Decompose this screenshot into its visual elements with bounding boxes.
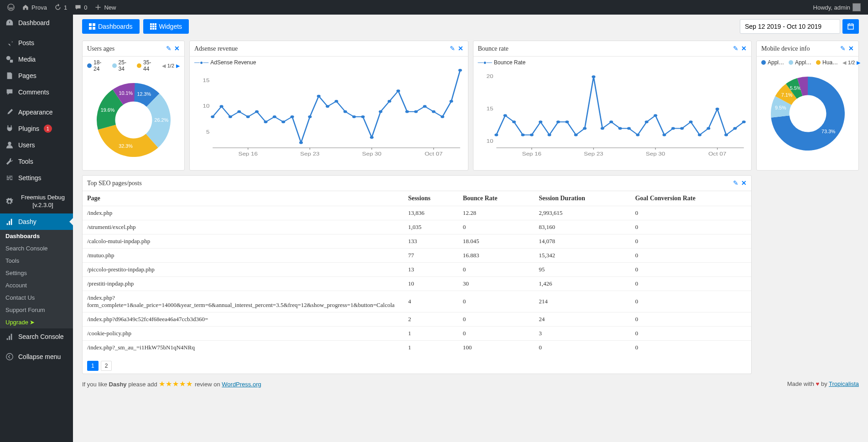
sidebar-item-settings[interactable]: Settings [0, 170, 73, 186]
plug-icon [5, 125, 14, 133]
legend-item[interactable]: 18-24 [87, 59, 108, 72]
submenu-item[interactable]: Dashboards [0, 230, 73, 242]
updates[interactable]: 1 [51, 0, 71, 15]
sidebar-item-posts[interactable]: Posts [0, 35, 73, 51]
btn-label: Widgets [159, 23, 182, 30]
new-content[interactable]: New [91, 0, 120, 15]
table-cell: 0 [630, 291, 751, 312]
legend-item[interactable]: Appl… [761, 59, 784, 66]
svg-point-72 [582, 127, 586, 130]
calendar-button[interactable] [842, 19, 859, 34]
table-cell: 0 [458, 327, 535, 341]
sidebar-item-users[interactable]: Users [0, 137, 73, 153]
submenu-item[interactable]: Settings [0, 267, 73, 279]
svg-point-66 [530, 134, 533, 136]
table-cell: 133 [404, 234, 458, 249]
svg-point-87 [715, 108, 719, 110]
legend-item[interactable]: 35-44 [137, 59, 157, 72]
edit-icon[interactable]: ✎ [840, 45, 846, 52]
svg-point-34 [326, 105, 329, 108]
table-cell: 0 [630, 277, 751, 291]
svg-point-28 [273, 115, 276, 118]
close-icon[interactable]: ✕ [741, 179, 747, 187]
date-range-input[interactable] [740, 19, 840, 34]
sidebar-label: Freemius Debug [v.2.3.0] [18, 194, 68, 209]
svg-point-25 [246, 115, 250, 118]
footer-text: If you like [82, 381, 109, 388]
user-greeting[interactable]: Howdy, admin [810, 0, 864, 15]
sidebar-item-media[interactable]: Media [0, 51, 73, 68]
sidebar-item-pages[interactable]: Pages [0, 68, 73, 84]
sidebar-item-tools[interactable]: Tools [0, 153, 73, 170]
card-title: Mobile device info [761, 45, 810, 52]
sidebar-item-search-console[interactable]: Search Console [0, 328, 73, 345]
svg-point-62 [494, 134, 498, 136]
close-icon[interactable]: ✕ [174, 45, 180, 52]
author-link[interactable]: Tropicalista [829, 380, 859, 387]
svg-text:20: 20 [486, 74, 493, 79]
svg-text:Sep 30: Sep 30 [645, 151, 665, 157]
legend-item[interactable]: Appl… [789, 59, 811, 66]
sidebar-item-appearance[interactable]: Appearance [0, 104, 73, 120]
close-icon[interactable]: ✕ [741, 45, 747, 52]
edit-icon[interactable]: ✎ [450, 45, 455, 52]
wp-logo[interactable] [4, 0, 18, 15]
page-button[interactable]: 1 [87, 361, 99, 371]
widgets-button[interactable]: Widgets [143, 19, 189, 34]
submenu-item[interactable]: Contact Us [0, 291, 73, 304]
table-row: /strumenti/excel.php1,035083,1600 [83, 220, 751, 234]
card-seo: Top SEO pages/posts✎✕ PageSessionsBounce… [82, 175, 752, 374]
table-cell: 0 [630, 249, 751, 263]
pager-prev[interactable]: ◀ [162, 63, 166, 69]
edit-icon[interactable]: ✎ [166, 45, 172, 52]
close-icon[interactable]: ✕ [848, 45, 854, 52]
svg-point-29 [281, 120, 285, 123]
svg-point-83 [680, 127, 684, 130]
wporg-link[interactable]: WordPress.org [222, 381, 261, 388]
close-icon[interactable]: ✕ [458, 45, 463, 52]
sidebar-item-dashboard[interactable]: Dashboard [0, 15, 73, 31]
dashboards-button[interactable]: Dashboards [82, 19, 140, 34]
pager-next[interactable]: ▶ [857, 60, 860, 66]
collapse-icon [5, 353, 14, 361]
sidebar-item-collapse[interactable]: Collapse menu [0, 348, 73, 365]
page-button[interactable]: 2 [101, 361, 112, 371]
submenu-item[interactable]: Account [0, 279, 73, 291]
table-cell: /index.php?d96a349c52fc4f68eea46a47ccb3d… [83, 312, 404, 327]
svg-point-89 [733, 127, 737, 130]
svg-point-73 [592, 75, 595, 78]
edit-icon[interactable]: ✎ [733, 179, 738, 187]
legend: 18-2425-3435-44◀1/2▶ [87, 59, 180, 72]
legend-item[interactable]: 25-34 [112, 59, 133, 72]
pager-next[interactable]: ▶ [176, 63, 180, 69]
sidebar-item-plugins[interactable]: Plugins1 [0, 120, 73, 137]
submenu-item[interactable]: Search Console [0, 242, 73, 255]
svg-point-31 [299, 141, 303, 144]
edit-icon[interactable]: ✎ [733, 45, 738, 52]
svg-text:10: 10 [486, 139, 493, 144]
sidebar-item-comments[interactable]: Comments [0, 84, 73, 100]
sidebar-label: Pages [18, 72, 36, 79]
series-label: AdSense Revenue [210, 59, 256, 66]
legend-item[interactable]: Hua… [816, 59, 838, 66]
table-header: Sessions [404, 191, 458, 206]
svg-point-75 [609, 120, 613, 123]
footer-text: please add [127, 381, 159, 388]
submenu-item[interactable]: Upgrade ➤ [0, 316, 73, 328]
main-content: Dashboards Widgets Users ages✎✕ 18-2425-… [73, 15, 868, 442]
table-cell: 3 [534, 327, 630, 341]
sidebar-item-freemius[interactable]: Freemius Debug [v.2.3.0] [0, 190, 73, 213]
submenu-item[interactable]: Support Forum [0, 304, 73, 316]
table-row: /mutuo.php7716.88315,3420 [83, 249, 751, 263]
admin-bar: Prova 1 0 New Howdy, admin [0, 0, 868, 15]
pager-prev[interactable]: ◀ [842, 60, 846, 66]
table-cell: 2 [404, 312, 458, 327]
sidebar-item-dashy[interactable]: Dashy [0, 213, 73, 230]
svg-point-3 [6, 354, 13, 360]
stars-icon[interactable]: ★★★★★ [159, 380, 193, 388]
submenu-item[interactable]: Tools [0, 255, 73, 267]
site-name[interactable]: Prova [18, 0, 51, 15]
comments[interactable]: 0 [71, 0, 91, 15]
svg-point-44 [414, 110, 418, 113]
table-cell: 83,160 [534, 220, 630, 234]
